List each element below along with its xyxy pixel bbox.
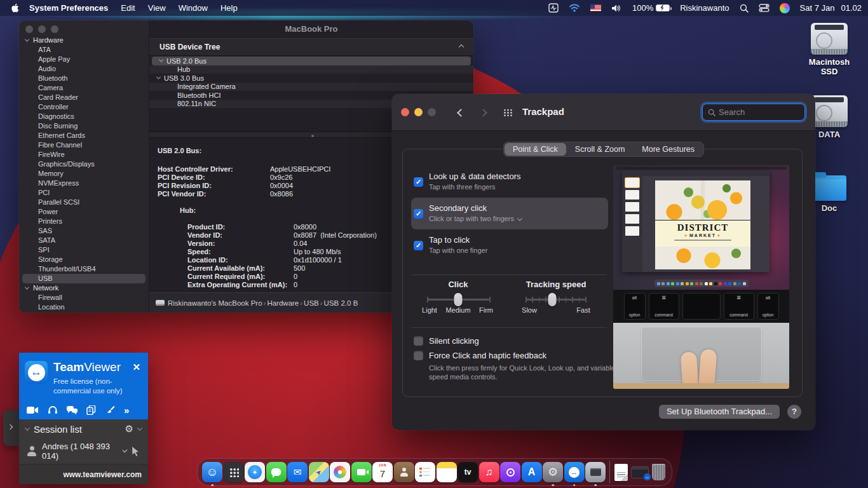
breadcrumb-item[interactable]: USB — [304, 299, 319, 307]
siri-icon[interactable] — [780, 3, 790, 13]
minimize-button[interactable] — [38, 25, 46, 33]
sidebar-item-sata[interactable]: SATA — [19, 236, 149, 245]
dock-icon-safari[interactable]: ✦ — [245, 458, 265, 486]
sidebar-item-location[interactable]: Location — [19, 302, 149, 312]
menu-edit[interactable]: Edit — [114, 3, 141, 13]
secondary-click-checkbox[interactable]: ✓ — [414, 209, 423, 219]
sidebar-item-ethernet-cards[interactable]: Ethernet Cards — [19, 131, 149, 140]
sidebar-item-parallel-scsi[interactable]: Parallel SCSI — [19, 198, 149, 207]
breadcrumb-item[interactable]: Hardware — [267, 299, 299, 307]
help-button[interactable]: ? — [787, 405, 801, 419]
dock-icon-app-store[interactable]: A — [522, 458, 542, 486]
menu-bar-username[interactable]: Riskinawanto — [680, 3, 729, 13]
sidebar-item-graphics-displays[interactable]: Graphics/Displays — [19, 159, 149, 169]
connect-cursor-icon[interactable] — [132, 447, 140, 456]
sidebar-item-spi[interactable]: SPI — [19, 245, 149, 255]
close-icon[interactable]: ✕ — [132, 362, 140, 373]
search-input[interactable] — [719, 107, 795, 117]
dock-icon-reminders[interactable] — [415, 458, 435, 486]
sidebar-item-camera[interactable]: Camera — [19, 83, 149, 93]
tree-row-hub[interactable]: Hub — [149, 65, 473, 74]
sidebar-item-firewire[interactable]: FireWire — [19, 150, 149, 159]
sidebar-item-nvmexpress[interactable]: NVMExpress — [19, 179, 149, 188]
sidebar-item-power[interactable]: Power — [19, 207, 149, 217]
keyboard-layout-flag-icon[interactable] — [590, 4, 601, 11]
slider-thumb[interactable] — [548, 293, 557, 306]
sidebar-item-ata[interactable]: ATA — [19, 45, 149, 55]
expand-chevron-icon[interactable] — [156, 75, 161, 79]
volume-icon[interactable] — [611, 4, 622, 13]
tab-point-click[interactable]: Point & Click — [505, 143, 566, 156]
spotlight-search-icon[interactable] — [740, 4, 749, 13]
sidebar-item-bluetooth[interactable]: Bluetooth — [19, 74, 149, 83]
website-link[interactable]: www.teamviewer.com — [63, 470, 142, 479]
dock-icon-trash[interactable] — [650, 458, 667, 486]
breadcrumb-item[interactable]: Riskinawanto's MacBook Pro — [168, 299, 262, 307]
close-button[interactable] — [25, 25, 33, 33]
dock-icon-teamviewer[interactable]: ↔ — [564, 458, 585, 486]
expand-chevron-icon[interactable] — [25, 285, 29, 290]
tab-more-gestures[interactable]: More Gestures — [634, 143, 703, 156]
dock-icon-notes[interactable] — [437, 458, 457, 486]
silent-clicking-checkbox[interactable] — [414, 336, 423, 346]
sidebar-item-sas[interactable]: SAS — [19, 226, 149, 236]
sidebar-item-pci[interactable]: PCI — [19, 188, 149, 198]
sidebar-item-audio[interactable]: Audio — [19, 64, 149, 74]
click-slider[interactable] — [427, 299, 489, 301]
search-field[interactable] — [702, 104, 805, 121]
close-button[interactable] — [401, 108, 409, 116]
wifi-icon[interactable] — [569, 4, 580, 12]
dock-icon-minimized-window[interactable]: ↔ — [631, 458, 649, 486]
minimize-button[interactable] — [414, 108, 423, 116]
session-row-andres[interactable]: Andres (1 048 393 014) — [19, 438, 148, 464]
dock-icon-photos[interactable] — [330, 458, 350, 486]
sidebar-item-memory[interactable]: Memory — [19, 169, 149, 179]
apple-menu[interactable] — [6, 3, 23, 13]
tab-scroll-zoom[interactable]: Scroll & Zoom — [567, 143, 634, 156]
brush-icon[interactable] — [105, 405, 115, 415]
menu-app-name[interactable]: System Preferences — [23, 3, 114, 13]
sidebar-item-diagnostics[interactable]: Diagnostics — [19, 112, 149, 121]
desktop-icon-macintosh-ssd[interactable]: Macintosh SSD — [801, 23, 858, 76]
dock-icon-system-information[interactable] — [585, 458, 606, 486]
dock-icon-system-preferences[interactable]: ⚙ — [543, 458, 563, 486]
collapse-chevron-icon[interactable] — [459, 44, 464, 50]
zoom-button[interactable] — [51, 25, 58, 33]
sidebar-item-controller[interactable]: Controller — [19, 102, 149, 112]
teamviewer-collapse-tab[interactable] — [3, 410, 20, 446]
battery-indicator[interactable]: 100% — [632, 3, 670, 13]
dock-icon-facetime[interactable] — [351, 458, 372, 486]
menu-bar-time[interactable]: 01.02 — [841, 3, 862, 13]
more-actions-icon[interactable]: » — [124, 405, 128, 416]
gear-icon[interactable]: ⚙ — [125, 423, 133, 435]
sidebar-item-fibre-channel[interactable]: Fibre Channel — [19, 140, 149, 150]
sidebar-item-storage[interactable]: Storage — [19, 255, 149, 264]
sidebar-item-printers[interactable]: Printers — [19, 217, 149, 226]
teamviewer-status-icon[interactable] — [548, 3, 559, 13]
sidebar-item-hardware[interactable]: Hardware — [19, 36, 149, 45]
tap-to-click-checkbox[interactable]: ✓ — [414, 241, 423, 250]
dock-icon-messages[interactable] — [266, 458, 287, 486]
chat-icon[interactable] — [67, 406, 78, 415]
forward-button[interactable] — [478, 107, 491, 119]
slider-thumb[interactable] — [454, 293, 463, 306]
dock-icon-launchpad[interactable] — [224, 458, 244, 486]
usb-device-tree-header[interactable]: USB Device Tree — [149, 38, 473, 56]
dock-icon-podcasts[interactable] — [500, 458, 520, 486]
sidebar-item-usb[interactable]: USB — [19, 274, 149, 283]
secondary-click-subtitle[interactable]: Click or tap with two fingers — [429, 215, 522, 222]
sidebar-item-apple-pay[interactable]: Apple Pay — [19, 55, 149, 64]
headset-icon[interactable] — [48, 405, 58, 415]
menu-view[interactable]: View — [142, 3, 172, 13]
expand-chevron-icon[interactable] — [159, 58, 163, 62]
dock-icon-calendar[interactable]: JAN7 — [372, 458, 393, 486]
session-list-header[interactable]: Session list ⚙ — [19, 419, 148, 438]
window-controls[interactable] — [25, 25, 58, 33]
tree-row-usb-2-0-bus[interactable]: USB 2.0 Bus — [152, 57, 471, 65]
back-button[interactable] — [454, 107, 467, 119]
dock-icon-tv[interactable]: tv — [458, 458, 478, 486]
menu-window[interactable]: Window — [172, 3, 214, 13]
sidebar-item-thunderbolt-usb4[interactable]: Thunderbolt/USB4 — [19, 264, 149, 274]
force-click-checkbox[interactable] — [414, 351, 423, 360]
dock-icon-maps[interactable]: ➤ — [309, 458, 329, 486]
